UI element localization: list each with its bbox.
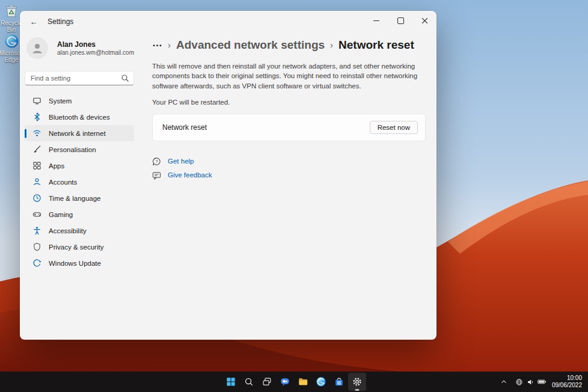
start-button[interactable]	[222, 373, 240, 391]
sidebar-nav: System Bluetooth & devices Network & int…	[25, 93, 140, 271]
network-reset-card: Network reset Reset now	[152, 114, 426, 141]
sidebar-item-label: Accessibility	[49, 227, 87, 234]
chevron-up-icon[interactable]	[498, 373, 510, 391]
feedback-icon	[152, 171, 161, 180]
personalisation-icon	[32, 145, 41, 154]
volume-icon[interactable]	[525, 373, 536, 391]
sidebar-item-system[interactable]: System	[25, 93, 134, 109]
svg-text:?: ?	[155, 159, 158, 164]
maximize-icon	[397, 17, 404, 24]
give-feedback-row: Give feedback	[152, 170, 426, 181]
taskbar: 10:00 09/06/2022	[0, 372, 588, 392]
window-controls	[364, 11, 436, 30]
sidebar-item-gaming[interactable]: Gaming	[25, 206, 134, 222]
file-explorer-icon	[298, 376, 308, 387]
profile-email: alan.jones.wm@hotmail.com	[57, 49, 134, 57]
accounts-icon	[32, 177, 41, 186]
sidebar-item-network-internet[interactable]: Network & internet	[25, 125, 134, 141]
help-links: ? Get help Give feedback	[152, 156, 426, 181]
breadcrumb-parent[interactable]: Advanced network settings	[176, 38, 325, 52]
chat-icon	[280, 376, 290, 387]
main-content: … › Advanced network settings › Network …	[140, 32, 436, 340]
sidebar-item-label: Network & internet	[49, 130, 106, 137]
close-button[interactable]	[412, 11, 436, 30]
search-icon	[121, 74, 129, 82]
sidebar-item-label: Windows Update	[49, 260, 101, 267]
network-icon	[32, 129, 41, 138]
settings-icon	[352, 376, 363, 387]
sidebar-item-label: Accounts	[49, 179, 77, 186]
minimize-button[interactable]	[364, 11, 388, 30]
sidebar-item-personalisation[interactable]: Personalisation	[25, 141, 134, 158]
get-help-link[interactable]: Get help	[168, 158, 194, 165]
search-input[interactable]	[25, 72, 133, 85]
system-icon	[32, 96, 41, 105]
reset-now-button[interactable]: Reset now	[370, 121, 418, 134]
taskbar-search-button[interactable]	[240, 373, 258, 391]
breadcrumb-overflow-button[interactable]: …	[152, 40, 162, 51]
apps-icon	[32, 161, 41, 170]
sidebar-item-bluetooth-devices[interactable]: Bluetooth & devices	[25, 109, 134, 125]
system-tray: 10:00 09/06/2022	[498, 372, 582, 392]
chevron-right-icon: ›	[168, 40, 171, 51]
close-icon	[421, 17, 428, 24]
edge-icon	[4, 34, 19, 49]
time-language-icon	[32, 194, 41, 203]
get-help-icon: ?	[152, 157, 161, 166]
battery-icon[interactable]	[536, 373, 548, 391]
sidebar-item-time-language[interactable]: Time & language	[25, 190, 134, 206]
edge-icon	[316, 376, 326, 387]
settings-window: ← Settings Alan Jones alan.jones.wm@h	[20, 11, 436, 340]
sidebar-item-privacy-security[interactable]: Privacy & security	[25, 239, 134, 255]
sidebar-item-label: Time & language	[49, 195, 101, 202]
store-button[interactable]	[330, 373, 348, 391]
active-app-indicator	[355, 389, 360, 391]
edge-button[interactable]	[312, 373, 330, 391]
page-description: This will remove and then reinstall all …	[152, 61, 424, 91]
bluetooth-icon	[32, 112, 41, 121]
recycle-bin-icon	[4, 3, 19, 19]
sidebar-item-label: Privacy & security	[49, 243, 103, 251]
privacy-icon	[32, 242, 41, 251]
profile-texts: Alan Jones alan.jones.wm@hotmail.com	[57, 40, 134, 57]
network-globe-icon[interactable]	[513, 373, 525, 391]
get-help-row: ? Get help	[152, 156, 426, 167]
page-title: Network reset	[338, 38, 414, 52]
clock-time: 10:00	[552, 375, 582, 382]
chat-button[interactable]	[276, 373, 294, 391]
start-icon	[225, 376, 236, 387]
settings-taskbar-button[interactable]	[348, 373, 366, 391]
sidebar: Alan Jones alan.jones.wm@hotmail.com Sys…	[20, 32, 140, 340]
sidebar-item-accounts[interactable]: Accounts	[25, 174, 134, 190]
person-icon	[31, 41, 44, 55]
sidebar-item-label: Personalisation	[49, 146, 96, 153]
restart-note: Your PC will be restarted.	[152, 99, 426, 106]
breadcrumb: … › Advanced network settings › Network …	[152, 37, 426, 53]
clock-date: 09/06/2022	[552, 382, 582, 389]
chevron-right-icon: ›	[330, 40, 333, 51]
sidebar-item-apps[interactable]: Apps	[25, 158, 134, 174]
back-button[interactable]: ←	[25, 14, 43, 29]
store-icon	[334, 376, 345, 387]
windows-update-icon	[32, 259, 41, 268]
sidebar-item-label: Gaming	[49, 211, 73, 218]
gaming-icon	[32, 210, 41, 219]
file-explorer-button[interactable]	[294, 373, 312, 391]
task-view-button[interactable]	[258, 373, 276, 391]
sidebar-item-label: Apps	[49, 162, 64, 170]
minimize-icon	[373, 20, 379, 21]
sidebar-item-windows-update[interactable]: Windows Update	[25, 255, 134, 271]
accessibility-icon	[32, 226, 41, 235]
selected-accent-pill	[25, 129, 26, 138]
give-feedback-link[interactable]: Give feedback	[168, 171, 212, 179]
profile[interactable]: Alan Jones alan.jones.wm@hotmail.com	[26, 37, 140, 59]
titlebar: ← Settings	[20, 11, 436, 32]
maximize-button[interactable]	[388, 11, 412, 30]
sidebar-item-label: Bluetooth & devices	[49, 114, 110, 121]
card-title: Network reset	[162, 123, 370, 132]
search-box	[25, 71, 134, 85]
sidebar-item-accessibility[interactable]: Accessibility	[25, 222, 134, 239]
task-view-icon	[262, 376, 272, 387]
search-icon	[243, 376, 254, 387]
taskbar-clock[interactable]: 10:00 09/06/2022	[552, 375, 582, 389]
